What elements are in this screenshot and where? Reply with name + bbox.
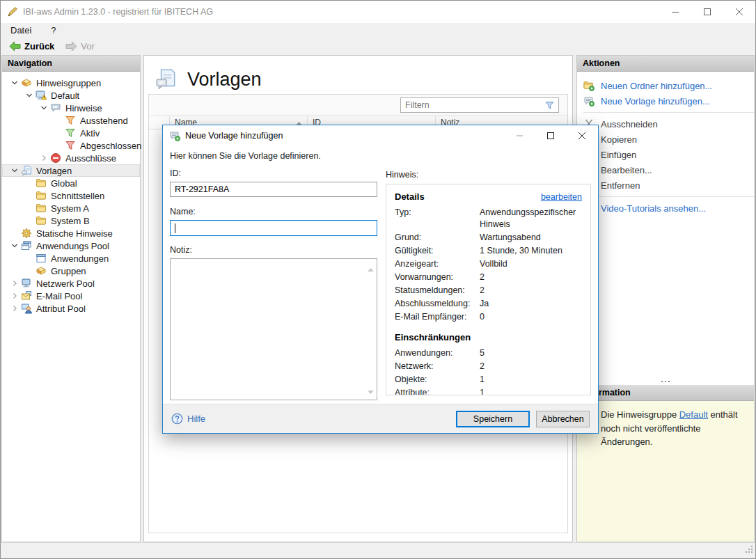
maximize-button[interactable] [691, 1, 723, 23]
resize-grip[interactable] [746, 544, 753, 556]
navigation-panel: Navigation HinweisgruppenDefaultHinweise… [1, 55, 141, 542]
minimize-button[interactable] [659, 1, 691, 23]
action-ausschneiden[interactable]: Ausschneiden [577, 116, 754, 132]
app-window: IBI-aws Admin 1.23.0 - registriert für I… [0, 0, 756, 559]
nav-item-hinweise[interactable]: Hinweise [2, 102, 140, 114]
dialog-close-button[interactable] [567, 125, 598, 146]
action-label: Video-Tutorials ansehen... [601, 203, 706, 214]
close-button[interactable] [723, 1, 755, 23]
actions-panel: Aktionen Neuen Ordner hinzufügen...Neue … [576, 55, 755, 542]
nav-item-netzwerk-pool[interactable]: Netzwerk Pool [2, 277, 140, 290]
detail-value: Anwendungsspezifischer Hinweis [480, 207, 582, 230]
nav-item-ausschluesse[interactable]: Ausschlüsse [2, 152, 140, 164]
nav-item-e-mail-pool[interactable]: E-Mail Pool [2, 290, 140, 302]
edit-hinweis-link[interactable]: bearbeiten [541, 192, 582, 202]
nav-item-label: Netzwerk Pool [36, 278, 95, 289]
hinweis-label: Hinweis: [386, 170, 591, 180]
note-textarea[interactable] [170, 258, 377, 400]
filter-funnel-icon[interactable] [544, 100, 555, 111]
action-video-tutorials-ansehen[interactable]: Video-Tutorials ansehen... [577, 200, 754, 216]
chevron-down-icon[interactable] [8, 242, 21, 249]
windows-icon [21, 240, 33, 251]
help-link[interactable]: Hilfe [171, 413, 205, 425]
nav-item-hinweisgruppen[interactable]: Hinweisgruppen [2, 77, 140, 89]
nav-item-ausstehend[interactable]: Ausstehend [2, 114, 140, 127]
action-entfernen[interactable]: Entfernen [577, 178, 754, 193]
nav-item-gruppen[interactable]: Gruppen [2, 265, 140, 277]
chevron-down-icon[interactable] [8, 167, 21, 174]
filter-input[interactable] [401, 99, 544, 111]
forward-button-label: Vor [81, 41, 95, 52]
action-neuen-ordner-hinzufuegen[interactable]: Neuen Ordner hinzufügen... [577, 78, 754, 93]
back-button-label: Zurück [24, 41, 54, 52]
chevron-down-icon[interactable] [37, 104, 50, 111]
name-label: Name: [170, 207, 377, 216]
chevron-right-icon[interactable] [8, 292, 21, 299]
action-einfuegen[interactable]: Einfügen [577, 147, 754, 162]
nav-item-label: Anwendungs Pool [36, 241, 109, 251]
chevron-right-icon[interactable] [37, 155, 50, 162]
folder-icon [36, 178, 47, 189]
dialog-maximize-button[interactable] [535, 125, 567, 146]
restriction-label: Netzwerk: [395, 361, 480, 372]
save-button[interactable]: Speichern [456, 411, 530, 427]
chevron-right-icon[interactable] [8, 305, 21, 312]
network-icon [21, 278, 33, 289]
chevron-down-icon[interactable] [22, 92, 36, 99]
detail-label: Statusmeldungen: [395, 285, 480, 297]
title-bar: IBI-aws Admin 1.23.0 - registriert für I… [1, 1, 755, 23]
nav-item-global[interactable]: Global [2, 177, 140, 189]
nav-item-statische-hinweise[interactable]: Statische Hinweise [2, 227, 140, 239]
detail-label: Anzeigeart: [395, 258, 480, 270]
actions-header: Aktionen [577, 56, 754, 72]
info-default-link[interactable]: Default [679, 409, 708, 420]
nav-item-vorlagen[interactable]: Vorlagen [2, 164, 140, 177]
restriction-value: 1 [480, 374, 582, 386]
action-bearbeiten[interactable]: Bearbeiten... [577, 162, 754, 178]
nav-item-label: Attribut Pool [36, 304, 86, 314]
detail-label: Typ: [395, 207, 480, 230]
panel-splitter[interactable] [577, 377, 754, 385]
nav-item-attribut-pool[interactable]: Attribut Pool [2, 302, 140, 315]
person-icon [21, 303, 33, 314]
action-neue-vorlage-hinzufuegen[interactable]: Neue Vorlage hinzufügen... [577, 93, 754, 109]
action-label: Ausschneiden [601, 119, 658, 129]
hinweis-details-box: Details bearbeiten Typ:Anwendungsspezifi… [386, 184, 591, 395]
chevron-down-icon[interactable] [8, 79, 21, 86]
name-input[interactable] [170, 220, 377, 236]
scroll-up-icon[interactable] [368, 262, 374, 274]
group-box-icon [21, 77, 33, 88]
nav-item-anwendungen[interactable]: Anwendungen [2, 252, 140, 265]
status-bar [1, 542, 755, 558]
menu-item-[interactable]: ? [48, 24, 58, 36]
dialog-minimize-button[interactable] [504, 125, 535, 146]
id-label: ID: [170, 168, 377, 178]
back-button[interactable]: Zurück [4, 40, 59, 53]
static-gear-icon [21, 228, 33, 239]
id-input[interactable] [171, 182, 377, 196]
information-header: Information [577, 385, 754, 401]
nav-item-label: System B [51, 216, 90, 226]
chevron-right-icon[interactable] [8, 280, 21, 287]
nav-item-label: Anwendungen [51, 253, 109, 264]
folder-icon [36, 190, 47, 201]
template-icon [21, 165, 33, 176]
action-kopieren[interactable]: Kopieren [577, 132, 754, 147]
help-link-label: Hilfe [187, 414, 205, 424]
forward-button[interactable]: Vor [61, 40, 100, 53]
menu-item-datei[interactable]: Datei [8, 24, 34, 36]
nav-item-system-b[interactable]: System B [2, 214, 140, 227]
nav-item-schnittstellen[interactable]: Schnittstellen [2, 189, 140, 202]
nav-item-default[interactable]: Default [2, 89, 140, 102]
nav-item-aktiv[interactable]: Aktiv [2, 127, 140, 139]
detail-value: 2 [480, 271, 582, 283]
information-body: Die Hinweisgruppe Default enthält noch n… [577, 401, 754, 542]
back-arrow-icon [9, 41, 21, 52]
forward-arrow-icon [65, 41, 77, 52]
nav-item-abgeschlossen[interactable]: Abgeschlossen [2, 139, 140, 152]
cancel-button[interactable]: Abbrechen [536, 411, 590, 427]
nav-item-system-a[interactable]: System A [2, 202, 140, 214]
scroll-down-icon[interactable] [368, 384, 374, 397]
nav-item-anwendungs-pool[interactable]: Anwendungs Pool [2, 239, 140, 252]
detail-value: Ja [480, 298, 582, 310]
